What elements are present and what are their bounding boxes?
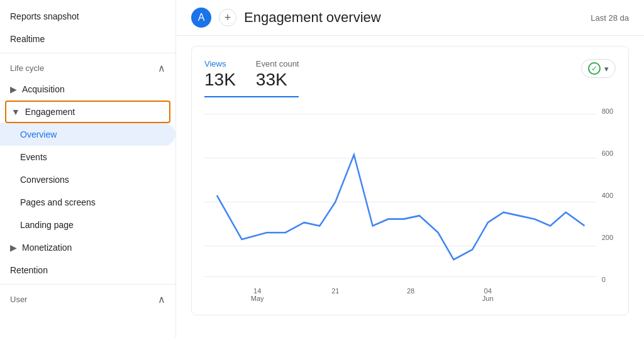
add-property-button[interactable]: + — [219, 9, 236, 26]
event-count-value: 33K — [256, 70, 299, 90]
y-label-600: 600 — [602, 150, 613, 157]
header: A + Engagement overview Last 28 da — [176, 0, 644, 36]
divider — [0, 53, 175, 53]
sidebar-section-user[interactable]: User ∧ — [0, 287, 175, 309]
engagement-chart-card: Views 13K Event count 33K ✓ ▾ — [191, 46, 629, 315]
y-label-200: 200 — [602, 234, 613, 241]
sidebar-item-realtime[interactable]: Realtime — [0, 28, 175, 50]
date-range-label: Last 28 da — [591, 13, 629, 23]
content-area: Views 13K Event count 33K ✓ ▾ — [176, 36, 644, 338]
x-label-21: 21 — [331, 287, 339, 302]
divider-2 — [0, 284, 175, 285]
plus-icon: + — [225, 11, 231, 25]
y-label-400: 400 — [602, 192, 613, 199]
views-value: 13K — [204, 70, 236, 90]
compare-button[interactable]: ✓ ▾ — [581, 59, 616, 78]
sidebar-item-overview[interactable]: Overview — [0, 123, 175, 146]
views-label: Views — [204, 59, 236, 68]
sidebar-item-pages-and-screens[interactable]: Pages and screens — [0, 191, 175, 214]
sidebar-item-acquisition[interactable]: ▶ Acquisition — [0, 78, 175, 101]
sidebar-item-conversions[interactable]: Conversions — [0, 168, 175, 191]
chart-svg — [204, 107, 616, 283]
check-icon: ✓ — [591, 64, 597, 73]
sidebar-item-retention[interactable]: Retention — [0, 259, 175, 281]
sidebar: Reports snapshot Realtime Life cycle ∧ ▶… — [0, 0, 176, 338]
x-label-empty — [561, 287, 563, 302]
engagement-expand-icon: ▼ — [11, 107, 20, 117]
x-label-14-may: 14 May — [251, 287, 264, 302]
x-axis-labels: 14 May 21 28 04 Jun — [204, 283, 616, 302]
user-chevron-icon: ∧ — [158, 293, 165, 305]
sidebar-item-engagement[interactable]: ▼ Engagement — [5, 101, 170, 123]
y-label-0: 0 — [602, 276, 613, 283]
sidebar-section-lifecycle[interactable]: Life cycle ∧ — [0, 56, 175, 78]
event-count-metric: Event count 33K — [256, 59, 299, 90]
line-chart: 0 200 400 600 800 — [204, 107, 616, 283]
views-metric: Views 13K — [204, 59, 236, 90]
sidebar-item-landing-page[interactable]: Landing page — [0, 214, 175, 236]
check-circle-icon: ✓ — [588, 62, 601, 75]
sidebar-item-monetization[interactable]: ▶ Monetization — [0, 236, 175, 259]
avatar[interactable]: A — [191, 8, 211, 28]
event-count-label: Event count — [256, 59, 299, 68]
main-content: A + Engagement overview Last 28 da Views… — [176, 0, 644, 338]
y-label-800: 800 — [602, 107, 613, 115]
page-title: Engagement overview — [244, 9, 583, 26]
y-axis-labels: 0 200 400 600 800 — [599, 107, 616, 283]
lifecycle-chevron-icon: ∧ — [158, 62, 165, 74]
monetization-expand-icon: ▶ — [10, 243, 17, 253]
sidebar-item-events[interactable]: Events — [0, 146, 175, 168]
dropdown-icon: ▾ — [604, 64, 609, 74]
chart-line — [217, 155, 585, 259]
acquisition-expand-icon: ▶ — [10, 84, 17, 94]
x-label-28: 28 — [407, 287, 414, 302]
sidebar-item-reports-snapshot[interactable]: Reports snapshot — [0, 5, 175, 28]
x-label-04-jun: 04 Jun — [482, 287, 494, 302]
